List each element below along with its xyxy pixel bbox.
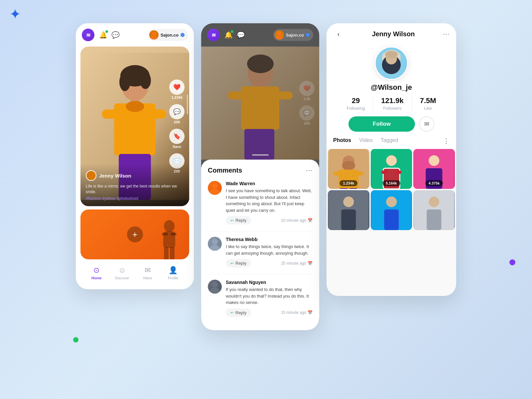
comment-text-1: I see you have something to talk about. …	[226, 188, 313, 213]
profile-icon: 👤	[169, 266, 178, 275]
feed-card: ❤️ 1.234k 💬 200 🔖 Save	[80, 47, 189, 206]
likes-count: 7.5M	[420, 96, 436, 105]
photo-cell-5[interactable]	[371, 190, 412, 230]
comment-body-2: Theresa Webb I like to say things twice,…	[226, 237, 313, 267]
phone-2: ≋ 🔔 💬 Sajon.co ✓	[201, 23, 319, 330]
profile-avatar-section	[327, 41, 456, 83]
tab-tagged[interactable]: Tagged	[381, 137, 398, 145]
message-icon-2[interactable]: 💬	[237, 31, 245, 39]
nav-profile[interactable]: 👤 Profile	[163, 266, 183, 280]
notification-icon[interactable]: 🔔	[99, 31, 107, 39]
scroll-indicator	[187, 94, 188, 114]
svg-rect-17	[164, 247, 169, 259]
profile-menu[interactable]: ⋯	[443, 30, 450, 38]
message-button[interactable]: ✉	[419, 116, 434, 132]
commenter-avatar-3	[208, 280, 222, 294]
profile-page-header: ‹ Jenny Wilson ⋯	[327, 23, 456, 41]
svg-point-42	[385, 51, 398, 58]
svg-rect-47	[333, 172, 344, 176]
feed-user-name: Jenny Wilson	[99, 173, 131, 179]
feed-user-row: Jenny Wilson	[86, 170, 184, 181]
svg-point-52	[386, 155, 397, 166]
reply-icon-3: ↩	[230, 310, 234, 315]
photo-cell-2[interactable]: 5.164k	[371, 149, 412, 189]
svg-rect-62	[341, 209, 356, 230]
profile-stats: 29 Following 121.9k Followers 7.5M Like	[327, 96, 456, 116]
notification-icon-2[interactable]: 🔔	[224, 31, 233, 39]
calendar-icon-1: 📅	[308, 218, 313, 223]
comment-count-2: 200	[304, 121, 310, 125]
stat-followers: 121.9k Followers	[373, 96, 412, 111]
back-button[interactable]: ‹	[333, 30, 344, 38]
svg-point-58	[429, 155, 440, 166]
photo-cell-6[interactable]	[413, 190, 455, 230]
create-post-card[interactable]: +	[80, 209, 189, 259]
profile-actions: Follow ✉	[327, 116, 456, 137]
bg-dot-green	[73, 337, 78, 342]
photo-cell-4[interactable]	[328, 190, 369, 230]
svg-point-31	[210, 245, 219, 251]
create-icon[interactable]: +	[127, 226, 143, 242]
svg-rect-55	[381, 171, 387, 174]
profile-avatar	[375, 47, 408, 80]
like-action[interactable]: ❤️ 1.234k	[169, 79, 185, 99]
commenter-name-2: Theresa Webb	[226, 237, 313, 242]
comment-body-3: Savannah Nguyen If you really wanted to …	[226, 280, 313, 317]
reply-icon-1: ↩	[230, 218, 234, 223]
calendar-icon-2: 📅	[308, 261, 313, 266]
reply-button-2[interactable]: ↩ Reply	[226, 259, 251, 267]
tab-video[interactable]: Video	[359, 137, 373, 145]
photo-image-5	[371, 190, 412, 230]
svg-point-64	[386, 197, 397, 207]
comment-item: Wade Warren I see you have something to …	[208, 181, 313, 224]
verified-badge: ✓	[181, 33, 185, 37]
svg-point-13	[164, 220, 175, 232]
message-icon[interactable]: 💬	[111, 31, 120, 39]
phone-1-header: ≋ 🔔 💬 Sajon.co ✓	[76, 23, 194, 47]
reply-button-1[interactable]: ↩ Reply	[226, 216, 251, 224]
svg-rect-16	[171, 233, 177, 235]
comment-action[interactable]: 💬 200	[169, 104, 185, 124]
commenter-name-1: Wade Warren	[226, 181, 313, 186]
comment-item-2: Theresa Webb I like to say things twice,…	[208, 237, 313, 267]
photo-cell-3[interactable]: 4.375k	[413, 149, 455, 189]
feed-user-avatar	[86, 170, 96, 181]
tab-photos[interactable]: Photos	[333, 137, 351, 145]
feed-overlay: Jenny Wilson Life is like a mirror, we g…	[80, 164, 189, 206]
comments-menu[interactable]: ⋯	[306, 166, 313, 174]
divider-2	[208, 274, 313, 274]
reply-icon-2: ↩	[230, 261, 234, 266]
nav-home[interactable]: ⊙ Home	[86, 266, 106, 280]
like-count-2: 1.9k	[303, 97, 310, 101]
svg-point-6	[140, 72, 151, 89]
save-action[interactable]: 🔖 Save	[169, 129, 185, 149]
svg-point-29	[210, 189, 219, 195]
user-chip-2[interactable]: Sajon.co ✓	[273, 29, 313, 41]
reply-button-3[interactable]: ↩ Reply	[226, 309, 251, 317]
username-label-2: Sajon.co	[286, 33, 304, 38]
follow-button[interactable]: Follow	[348, 116, 415, 132]
svg-rect-50	[349, 188, 357, 189]
comment-body-1: Wade Warren I see you have something to …	[226, 181, 313, 224]
svg-point-33	[210, 288, 219, 294]
nav-discover[interactable]: ☺ Discover	[112, 266, 132, 280]
svg-point-32	[212, 282, 218, 288]
svg-point-61	[343, 197, 354, 207]
svg-rect-68	[427, 209, 442, 230]
likes-label: Like	[424, 106, 432, 111]
photo-cell-1[interactable]: 1.234k	[328, 149, 369, 189]
comment-item-3: Savannah Nguyen If you really wanted to …	[208, 280, 313, 317]
reply-label-2: Reply	[235, 261, 246, 266]
svg-rect-26	[271, 91, 293, 99]
feed-caption: Life is like a mirror, we get the best r…	[86, 184, 184, 195]
svg-point-45	[342, 161, 355, 170]
comment-time-1: 10 minute ago 📅	[281, 218, 313, 223]
nav-inbox[interactable]: ✉ Inbox	[138, 266, 158, 280]
tabs-more-icon[interactable]: ⋮	[443, 137, 450, 145]
divider-1	[208, 231, 313, 231]
user-chip[interactable]: Sajon.co ✓	[148, 29, 188, 41]
stat-likes: 7.5M Like	[412, 96, 444, 111]
like-count: 1.234k	[171, 95, 183, 99]
phone-2-header: ≋ 🔔 💬 Sajon.co ✓	[201, 23, 319, 47]
stat-following: 29 Following	[338, 96, 373, 111]
